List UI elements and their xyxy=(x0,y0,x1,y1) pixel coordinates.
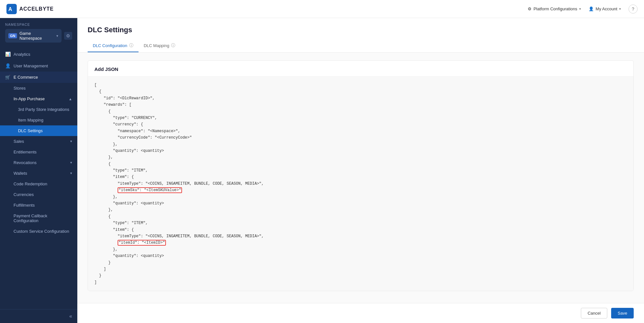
json-line-6: "currency": { xyxy=(94,121,627,128)
sidebar-item-custom-service-label: Custom Service Configuration xyxy=(14,229,69,234)
sidebar-item-3rd-party[interactable]: 3rd Party Store Integrations xyxy=(0,104,77,115)
my-account-chevron-icon: ▾ xyxy=(619,7,621,11)
in-app-purchase-chevron-icon: ▲ xyxy=(69,97,72,101)
tabs-container: DLC Configuration ⓘ DLC Mapping ⓘ xyxy=(88,39,634,52)
user-icon: 👤 xyxy=(589,6,594,11)
sidebar-item-sales[interactable]: Sales ▾ xyxy=(0,136,77,147)
sidebar-item-code-redemption-label: Code Redemption xyxy=(14,181,47,186)
sidebar-item-in-app-purchase[interactable]: In-App Purchase ▲ xyxy=(0,93,77,104)
sidebar-item-custom-service[interactable]: Custom Service Configuration xyxy=(0,226,77,237)
json-line-23: "itemType": "<COINS, INGAMEITEM, BUNDLE,… xyxy=(94,233,627,240)
platform-config-chevron-icon: ▾ xyxy=(579,7,581,11)
sidebar-collapse-button[interactable]: « xyxy=(69,313,72,319)
revocations-chevron-icon: ▾ xyxy=(70,161,72,165)
analytics-icon: 📊 xyxy=(5,52,10,57)
sidebar-item-analytics[interactable]: 📊 Analytics xyxy=(0,48,77,60)
content-footer: Cancel Save xyxy=(77,303,644,323)
sales-chevron-icon: ▾ xyxy=(70,139,72,143)
content-body: Add JSON [ { "id": "<DlcRewardID>", "rew… xyxy=(77,53,644,303)
sidebar-item-currencies[interactable]: Currencies xyxy=(0,189,77,200)
sidebar-item-fulfillments[interactable]: Fulfillments xyxy=(0,200,77,210)
sidebar-item-stores[interactable]: Stores xyxy=(0,83,77,93)
tab-dlc-mapping[interactable]: DLC Mapping ⓘ xyxy=(139,39,181,52)
my-account-label: My Account xyxy=(596,6,617,11)
save-button[interactable]: Save xyxy=(611,308,634,318)
json-line-14: "item": { xyxy=(94,174,627,180)
json-line-18: "quantity": <quantity> xyxy=(94,200,627,207)
sidebar-nav: 📊 Analytics 👤 User Management 🛒 E Commer… xyxy=(0,46,77,309)
platform-config-button[interactable]: ⚙ Platform Configurations ▾ xyxy=(528,6,581,11)
namespace-gear-button[interactable]: ⚙ xyxy=(64,32,72,40)
json-line-13: "type": "ITEM", xyxy=(94,167,627,174)
json-line-16: "itemSku": "<ItemSKUValue>" xyxy=(94,187,627,193)
sidebar-item-ecommerce-label: E Commerce xyxy=(14,75,38,80)
namespace-label: NAMESPACE xyxy=(5,23,72,26)
sidebar-item-dlc-settings[interactable]: DLC Settings xyxy=(0,125,77,136)
json-line-17: }, xyxy=(94,194,627,200)
item-sku-highlight: "itemSku": "<ItemSKUValue>" xyxy=(118,187,182,193)
json-line-29: } xyxy=(94,272,627,279)
json-line-4: { xyxy=(94,108,627,115)
sidebar-item-payment-callback[interactable]: Payment Callback Configuration xyxy=(0,210,77,226)
json-line-3: "rewards": [ xyxy=(94,102,627,108)
help-button[interactable]: ? xyxy=(629,5,638,14)
help-icon: ? xyxy=(632,6,634,12)
json-line-2: "id": "<DlcRewardID>", xyxy=(94,95,627,102)
json-line-11: }, xyxy=(94,154,627,161)
main-layout: NAMESPACE GN Game Namespace ▾ ⚙ 📊 Analyt… xyxy=(0,18,644,323)
json-line-1: { xyxy=(94,88,627,95)
sidebar-item-wallets[interactable]: Wallets ▾ xyxy=(0,168,77,179)
user-management-icon: 👤 xyxy=(5,63,10,68)
collapse-icon: « xyxy=(69,313,72,319)
cancel-button[interactable]: Cancel xyxy=(581,308,607,318)
namespace-selector[interactable]: GN Game Namespace ▾ xyxy=(5,29,62,43)
json-line-5: "type": "CURRENCY", xyxy=(94,115,627,121)
sidebar: NAMESPACE GN Game Namespace ▾ ⚙ 📊 Analyt… xyxy=(0,18,77,323)
sidebar-item-stores-label: Stores xyxy=(14,86,26,91)
json-line-9: }, xyxy=(94,141,627,148)
sidebar-footer: « xyxy=(0,309,77,323)
sidebar-item-wallets-label: Wallets xyxy=(14,171,27,176)
namespace-name: Game Namespace xyxy=(20,31,54,41)
namespace-chevron-icon: ▾ xyxy=(56,34,58,38)
sidebar-item-payment-callback-label: Payment Callback Configuration xyxy=(14,213,72,223)
tab-dlc-config[interactable]: DLC Configuration ⓘ xyxy=(88,39,139,52)
json-line-30: ] xyxy=(94,279,627,286)
json-line-24: "itemId": "<ItemID>" xyxy=(94,240,627,246)
sidebar-item-3rd-party-label: 3rd Party Store Integrations xyxy=(18,107,69,112)
ecommerce-icon: 🛒 xyxy=(5,75,10,80)
json-line-22: "item": { xyxy=(94,227,627,233)
header-right: ⚙ Platform Configurations ▾ 👤 My Account… xyxy=(528,5,638,14)
my-account-button[interactable]: 👤 My Account ▾ xyxy=(589,6,621,11)
content-area: DLC Settings DLC Configuration ⓘ DLC Map… xyxy=(77,18,644,323)
json-line-19: }, xyxy=(94,207,627,213)
sidebar-item-sales-label: Sales xyxy=(14,139,24,144)
sidebar-item-ecommerce[interactable]: 🛒 E Commerce xyxy=(0,72,77,83)
sidebar-item-user-management[interactable]: 👤 User Management xyxy=(0,60,77,72)
sidebar-item-analytics-label: Analytics xyxy=(14,52,30,57)
item-id-highlight: "itemId": "<ItemID>" xyxy=(118,240,166,246)
sidebar-item-code-redemption[interactable]: Code Redemption xyxy=(0,179,77,189)
sidebar-item-revocations[interactable]: Revocations ▾ xyxy=(0,157,77,168)
sidebar-item-entitlements[interactable]: Entitlements xyxy=(0,147,77,157)
sidebar-item-revocations-label: Revocations xyxy=(14,160,37,165)
platform-config-label: Platform Configurations xyxy=(533,6,577,11)
sidebar-item-user-management-label: User Management xyxy=(14,64,48,68)
json-line-12: { xyxy=(94,161,627,167)
add-json-card: Add JSON [ { "id": "<DlcRewardID>", "rew… xyxy=(88,60,634,291)
namespace-badge: GN xyxy=(8,33,17,38)
sidebar-item-item-mapping-label: Item Mapping xyxy=(18,118,43,122)
sidebar-item-item-mapping[interactable]: Item Mapping xyxy=(0,115,77,125)
gear-icon: ⚙ xyxy=(528,6,532,11)
json-line-28: ] xyxy=(94,266,627,272)
accelbyte-logo-icon: A xyxy=(6,4,17,14)
json-editor[interactable]: [ { "id": "<DlcRewardID>", "rewards": [ … xyxy=(88,77,633,291)
svg-text:A: A xyxy=(8,6,12,12)
json-line-21: "type": "ITEM", xyxy=(94,220,627,226)
json-line-7: "namespace": "<Namespace>", xyxy=(94,128,627,134)
json-line-10: "quantity": <quantity> xyxy=(94,148,627,154)
wallets-chevron-icon: ▾ xyxy=(70,171,72,175)
page-header: DLC Settings DLC Configuration ⓘ DLC Map… xyxy=(77,18,644,53)
page-title: DLC Settings xyxy=(88,26,634,34)
logo-area: A ACCELBYTE xyxy=(6,4,54,14)
